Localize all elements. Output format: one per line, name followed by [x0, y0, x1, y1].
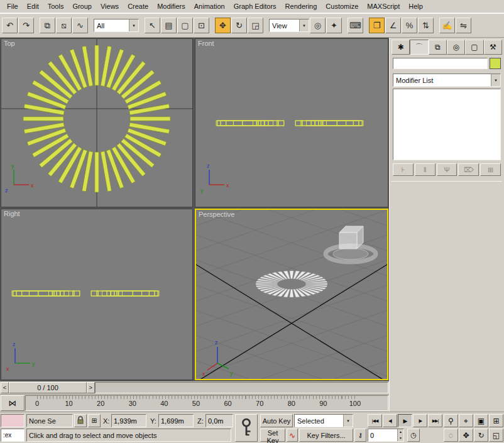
- x-coordinate-input[interactable]: [111, 414, 146, 427]
- key-mode-dropdown[interactable]: Selected ▼: [294, 414, 353, 427]
- time-slider-track[interactable]: [95, 382, 388, 393]
- viewport-top-label[interactable]: Top: [4, 40, 15, 47]
- viewport-right-label[interactable]: Right: [4, 210, 20, 217]
- zoom-extents-all-button[interactable]: ⊞: [489, 414, 503, 427]
- unlink-selection-button[interactable]: ⧅: [56, 18, 72, 33]
- menu-item[interactable]: Group: [68, 1, 96, 13]
- snaps-toggle-button[interactable]: ❐: [369, 18, 385, 33]
- select-by-name-button[interactable]: ▤: [161, 18, 177, 33]
- min-max-toggle-button[interactable]: ◱: [489, 429, 503, 442]
- selection-lock-button[interactable]: [74, 414, 87, 427]
- select-and-rotate-button[interactable]: ↻: [231, 18, 247, 33]
- pan-button[interactable]: ✥: [459, 429, 473, 442]
- object-color-swatch[interactable]: [490, 58, 501, 69]
- select-and-link-button[interactable]: ⧉: [40, 18, 55, 33]
- mirror-button[interactable]: ⇋: [456, 18, 471, 33]
- menu-item[interactable]: Tools: [43, 1, 68, 13]
- modifier-list-dropdown[interactable]: Modifier List ▼: [393, 74, 501, 87]
- zoom-all-button[interactable]: ⌖: [459, 414, 473, 427]
- top-view-scene: yxz: [1, 39, 192, 207]
- undo-button[interactable]: ↶: [2, 18, 18, 33]
- frame-tick-label: 70: [252, 400, 267, 407]
- menu-item[interactable]: Edit: [23, 1, 43, 13]
- rectangular-selection-button[interactable]: ▢: [177, 18, 193, 33]
- z-coordinate-input[interactable]: [205, 414, 233, 427]
- keyboard-override-button[interactable]: ⌨: [348, 18, 363, 33]
- absolute-offset-toggle-button[interactable]: ⊞: [88, 414, 101, 427]
- menu-item[interactable]: Modifiers: [153, 1, 190, 13]
- perspective-view-scene: zxy: [196, 210, 387, 379]
- frame-spinner[interactable]: ▲▼: [397, 429, 403, 441]
- bind-to-space-warp-button[interactable]: ∿: [72, 18, 88, 33]
- track-bar-ruler[interactable]: 0102030405060708090100: [25, 395, 388, 411]
- frame-number-field[interactable]: ▲▼: [368, 429, 404, 442]
- menu-item[interactable]: Customize: [321, 1, 363, 13]
- use-pivot-center-button[interactable]: ◎: [310, 18, 326, 33]
- time-step-back-button[interactable]: <: [1, 382, 9, 393]
- key-mode-toggle-button[interactable]: ⚷: [354, 429, 366, 442]
- region-zoom-button[interactable]: ◌: [444, 429, 458, 442]
- make-unique-button[interactable]: Ψ: [437, 163, 457, 176]
- maxscript-mini-listener[interactable]: :ex: [1, 429, 25, 442]
- tab-display[interactable]: ▢: [465, 40, 483, 55]
- next-frame-button[interactable]: |▶: [413, 414, 427, 427]
- time-configuration-button[interactable]: ◷: [407, 429, 420, 442]
- time-slider-handle[interactable]: 0 / 100: [9, 382, 87, 393]
- auto-key-button[interactable]: Auto Key: [260, 414, 293, 427]
- go-to-start-button[interactable]: |◀◀: [368, 414, 382, 427]
- angle-snap-button[interactable]: ∠: [385, 18, 401, 33]
- select-and-manipulate-button[interactable]: ✦: [326, 18, 342, 33]
- tab-utilities[interactable]: ⚒: [484, 40, 502, 55]
- menu-item[interactable]: Views: [96, 1, 123, 13]
- percent-snap-button[interactable]: %: [402, 18, 417, 33]
- mini-curve-editor-button[interactable]: ⋈: [1, 395, 25, 411]
- tab-motion[interactable]: ◎: [447, 40, 465, 55]
- viewport-right[interactable]: zyx Right: [1, 209, 193, 380]
- selection-filter-dropdown[interactable]: All ▼: [94, 19, 139, 32]
- viewport-front-label[interactable]: Front: [198, 40, 214, 47]
- tab-create[interactable]: ✱: [392, 40, 410, 55]
- menu-item[interactable]: Graph Editors: [229, 1, 281, 13]
- go-to-end-button[interactable]: ▶▶|: [428, 414, 442, 427]
- macro-recorder-pane[interactable]: [1, 414, 25, 427]
- show-end-result-button[interactable]: ‖: [415, 163, 436, 176]
- viewport-perspective[interactable]: zxy Perspective: [195, 209, 388, 380]
- pin-stack-button[interactable]: ⊦: [393, 163, 414, 176]
- select-and-scale-button[interactable]: ◲: [248, 18, 263, 33]
- select-object-button[interactable]: ↖: [145, 18, 160, 33]
- modifier-stack-list[interactable]: [393, 89, 501, 160]
- menu-item[interactable]: Create: [123, 1, 153, 13]
- time-step-forward-button[interactable]: >: [87, 382, 95, 393]
- tab-hierarchy[interactable]: ⧉: [429, 40, 447, 55]
- reference-coordinate-dropdown[interactable]: View ▼: [269, 19, 309, 32]
- viewport-perspective-label[interactable]: Perspective: [199, 211, 234, 218]
- arc-rotate-button[interactable]: ↻: [474, 429, 488, 442]
- menu-item[interactable]: MAXScript: [363, 1, 404, 13]
- redo-button[interactable]: ↷: [18, 18, 34, 33]
- remove-modifier-button[interactable]: ⌦: [458, 163, 479, 176]
- set-key-button[interactable]: Set Key: [260, 429, 285, 442]
- tab-modify[interactable]: ⌒: [410, 40, 428, 55]
- set-keys-button[interactable]: [235, 414, 258, 442]
- configure-modifier-sets-button[interactable]: ⊞: [480, 163, 501, 176]
- menu-item[interactable]: File: [3, 1, 23, 13]
- viewport-front[interactable]: zxy Front: [195, 38, 388, 207]
- y-coordinate-input[interactable]: [158, 414, 194, 427]
- zoom-button[interactable]: ⚲: [444, 414, 458, 427]
- viewport-top[interactable]: yxz Top: [1, 38, 193, 207]
- named-selection-sets-button[interactable]: ✍: [439, 18, 455, 33]
- menu-item[interactable]: Rendering: [281, 1, 322, 13]
- select-and-move-button[interactable]: ✥: [215, 18, 231, 33]
- frame-number-input[interactable]: [368, 429, 397, 441]
- spinner-snap-button[interactable]: ⇅: [418, 18, 434, 33]
- play-button[interactable]: ▶: [398, 414, 412, 427]
- menu-item[interactable]: Animation: [190, 1, 229, 13]
- object-name-input[interactable]: [393, 58, 488, 69]
- window-crossing-button[interactable]: ⊡: [194, 18, 209, 33]
- menu-item[interactable]: Help: [404, 1, 427, 13]
- previous-frame-button[interactable]: ◀|: [383, 414, 397, 427]
- default-tangent-button[interactable]: ∿: [287, 429, 298, 442]
- key-filters-button[interactable]: Key Filters...: [299, 429, 353, 442]
- prompt-text: Click and drag to select and move object…: [29, 432, 157, 439]
- zoom-extents-button[interactable]: ▣: [474, 414, 488, 427]
